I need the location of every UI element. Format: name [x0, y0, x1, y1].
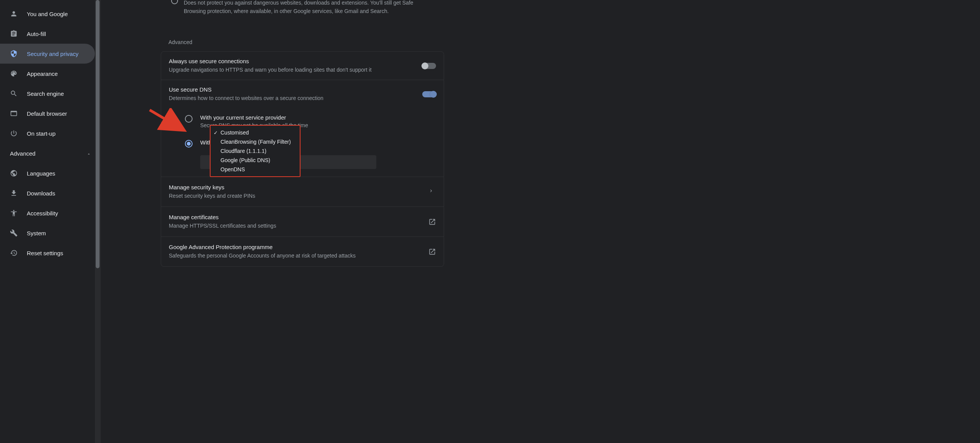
external-link-icon — [428, 248, 436, 256]
dropdown-option-label: Cloudflare (1.1.1.1) — [220, 148, 266, 154]
manage-certificates-row[interactable]: Manage certificates Manage HTTPS/SSL cer… — [161, 207, 444, 236]
clipboard-icon — [10, 30, 18, 38]
dns-provider-dropdown[interactable]: ✓ Customised CleanBrowsing (Family Filte… — [210, 125, 301, 177]
svg-line-1 — [150, 110, 182, 129]
manage-security-keys-row[interactable]: Manage security keys Reset security keys… — [161, 177, 444, 207]
person-icon — [10, 10, 18, 18]
link-title: Google Advanced Protection programme — [169, 244, 428, 250]
power-icon — [10, 130, 18, 137]
sidebar-item-label: Search engine — [27, 90, 64, 97]
sidebar-item-autofill[interactable]: Auto-fill — [0, 24, 95, 44]
no-protection-desc: Does not protect you against dangerous w… — [161, 0, 444, 15]
chevron-right-icon — [428, 188, 436, 196]
chevron-up-icon — [87, 151, 91, 156]
dropdown-option-label: Google (Public DNS) — [220, 157, 270, 163]
dns-options: With your current service provider Secur… — [161, 114, 444, 177]
sidebar-item-security[interactable]: Security and privacy — [0, 44, 95, 64]
sidebar-item-default-browser[interactable]: Default browser — [0, 103, 95, 123]
download-icon — [10, 189, 18, 197]
shield-icon — [10, 50, 18, 57]
restore-icon — [10, 249, 18, 257]
sidebar-item-label: Languages — [27, 170, 55, 177]
sidebar-item-reset[interactable]: Reset settings — [0, 243, 95, 263]
sidebar-item-downloads[interactable]: Downloads — [0, 183, 95, 203]
annotation-arrow — [148, 108, 190, 135]
sidebar-item-appearance[interactable]: Appearance — [0, 64, 95, 84]
external-link-icon — [428, 218, 436, 226]
sidebar-item-accessibility[interactable]: Accessibility — [0, 203, 95, 223]
radio-selected-icon — [185, 140, 193, 148]
dropdown-option-label: OpenDNS — [220, 166, 245, 172]
sidebar-item-label: Downloads — [27, 190, 55, 197]
dropdown-option-cloudflare[interactable]: Cloudflare (1.1.1.1) — [211, 146, 300, 156]
sidebar-advanced-toggle[interactable]: Advanced — [0, 143, 100, 163]
advanced-section-header: Advanced — [161, 33, 444, 48]
sidebar-item-system[interactable]: System — [0, 223, 95, 243]
link-desc: Manage HTTPS/SSL certificates and settin… — [169, 222, 428, 230]
sidebar-item-label: Reset settings — [27, 250, 63, 256]
sidebar-item-label: Security and privacy — [27, 51, 78, 57]
globe-icon — [10, 169, 18, 177]
sidebar-scrollbar[interactable] — [95, 0, 100, 443]
secure-dns-title: Use secure DNS — [169, 86, 422, 93]
main-content: Does not protect you against dangerous w… — [161, 0, 444, 267]
dropdown-option-label: Customised — [220, 130, 249, 136]
sidebar: You and Google Auto-fill Security and pr… — [0, 0, 101, 443]
secure-connections-desc: Upgrade navigations to HTTPS and warn yo… — [169, 66, 422, 74]
sidebar-item-label: Accessibility — [27, 210, 58, 217]
accessibility-icon — [10, 209, 18, 217]
sidebar-item-label: You and Google — [27, 11, 68, 17]
search-icon — [10, 90, 18, 97]
sidebar-scrollbar-thumb[interactable] — [96, 0, 100, 268]
secure-dns-toggle[interactable] — [422, 91, 436, 97]
dropdown-option-google[interactable]: Google (Public DNS) — [211, 156, 300, 165]
link-desc: Safeguards the personal Google Accounts … — [169, 252, 428, 259]
wrench-icon — [10, 229, 18, 237]
advanced-section: Always use secure connections Upgrade na… — [161, 51, 444, 267]
link-title: Manage certificates — [169, 214, 428, 220]
dropdown-option-cleanbrowsing[interactable]: CleanBrowsing (Family Filter) — [211, 137, 300, 146]
sidebar-item-on-startup[interactable]: On start-up — [0, 123, 95, 143]
sidebar-item-search-engine[interactable]: Search engine — [0, 84, 95, 103]
check-icon: ✓ — [214, 130, 220, 136]
dropdown-option-opendns[interactable]: OpenDNS — [211, 165, 300, 174]
sidebar-item-languages[interactable]: Languages — [0, 163, 95, 183]
secure-connections-toggle[interactable] — [422, 63, 436, 69]
sidebar-item-label: Appearance — [27, 71, 58, 77]
browser-icon — [10, 110, 18, 117]
sidebar-item-you-and-google[interactable]: You and Google — [0, 4, 95, 24]
link-title: Manage security keys — [169, 184, 428, 190]
sidebar-item-label: Auto-fill — [27, 31, 46, 37]
link-desc: Reset security keys and create PINs — [169, 192, 428, 200]
advanced-label: Advanced — [10, 150, 36, 157]
dns-option1-title: With your current service provider — [200, 114, 308, 121]
secure-dns-desc: Determines how to connect to websites ov… — [169, 94, 422, 102]
palette-icon — [10, 70, 18, 77]
secure-connections-title: Always use secure connections — [169, 58, 422, 64]
dropdown-option-label: CleanBrowsing (Family Filter) — [220, 139, 291, 145]
secure-connections-row: Always use secure connections Upgrade na… — [161, 52, 444, 80]
dropdown-option-customised[interactable]: ✓ Customised — [211, 128, 300, 137]
secure-dns-row: Use secure DNS Determines how to connect… — [161, 80, 444, 108]
sidebar-item-label: On start-up — [27, 130, 56, 137]
sidebar-item-label: System — [27, 230, 46, 236]
advanced-protection-row[interactable]: Google Advanced Protection programme Saf… — [161, 236, 444, 266]
sidebar-item-label: Default browser — [27, 110, 67, 117]
